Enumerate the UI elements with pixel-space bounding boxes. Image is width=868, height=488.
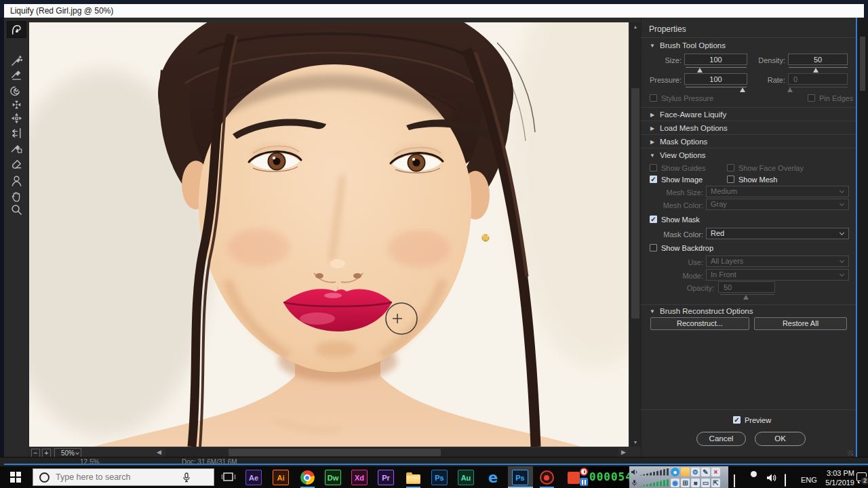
resize-grip[interactable] [848, 450, 853, 455]
dialog-titlebar[interactable]: Liquify (Red Girl.jpg @ 50%) [4, 4, 864, 18]
show-mesh-checkbox[interactable] [727, 176, 734, 183]
taskbar-search[interactable] [33, 468, 214, 486]
tray-language[interactable]: ENG [801, 476, 817, 488]
microphone-icon[interactable] [182, 472, 191, 483]
cancel-button[interactable]: Cancel [696, 432, 746, 446]
taskbar-screen-recorder[interactable] [538, 470, 555, 485]
recorder-pause-icon[interactable] [580, 478, 588, 486]
tray-volume[interactable] [766, 473, 776, 488]
mesh-size-dropdown: Medium [706, 186, 849, 197]
earring [481, 234, 489, 241]
horizontal-scroll-thumb[interactable] [229, 449, 441, 456]
chevron-down-icon [840, 188, 844, 193]
collapse-triangle-icon[interactable]: ▼ [650, 152, 655, 159]
collapse-triangle-icon[interactable]: ▼ [650, 43, 655, 49]
zoom-tool-icon[interactable] [7, 201, 26, 218]
expand-triangle-icon[interactable]: ▶ [650, 139, 654, 145]
window-highlight-bottom [4, 464, 868, 465]
show-image-checkbox[interactable]: ✓ [650, 176, 657, 183]
face-tool-icon[interactable] [7, 172, 26, 189]
reconstruct-button[interactable]: Reconstruct... [650, 317, 749, 330]
show-image-label: Show Image [661, 176, 703, 184]
collapse-triangle-icon[interactable]: ▼ [650, 308, 655, 314]
show-guides-checkbox [650, 164, 657, 171]
forward-warp-tool-icon[interactable] [7, 21, 26, 38]
speaker-level-icon [631, 468, 638, 476]
ok-button[interactable]: OK [755, 432, 806, 446]
tray-expand-chevron[interactable] [734, 476, 735, 488]
view-options-header[interactable]: View Options [660, 151, 706, 159]
divider [641, 107, 856, 108]
canvas-horizontal-scrollbar[interactable] [165, 448, 618, 457]
taskbar-chrome[interactable] [299, 470, 315, 485]
show-mask-checkbox[interactable]: ✓ [650, 216, 657, 223]
recorder-window-icon[interactable]: ■ [691, 479, 700, 487]
folder-icon [406, 474, 420, 484]
show-mesh-label: Show Mesh [738, 176, 777, 184]
canvas-vertical-scrollbar[interactable]: ▲ ▼ [630, 22, 641, 447]
taskbar-after-effects[interactable]: Ae [245, 470, 262, 485]
taskbar-photoshop-active[interactable]: Ps [512, 470, 528, 485]
recorder-fullscreen-icon[interactable]: ⊞ [681, 479, 690, 487]
rate-slider [789, 87, 848, 93]
recorder-settings-icon[interactable]: ⚙ [691, 468, 700, 476]
taskbar-illustrator[interactable]: Ai [273, 470, 289, 485]
taskbar-dreamweaver[interactable]: Dw [325, 470, 341, 485]
pressure-field[interactable] [684, 73, 747, 85]
mesh-color-dropdown: Gray [706, 199, 849, 210]
mode-dropdown: In Front [706, 269, 849, 281]
expand-triangle-icon[interactable]: ▶ [650, 112, 654, 118]
preview-checkbox[interactable]: ✓ [733, 416, 741, 424]
tray-clock[interactable]: 3:03 PM 5/1/2019 [818, 468, 854, 487]
scroll-up-icon[interactable]: ▲ [630, 24, 641, 29]
smooth-tool-icon[interactable] [7, 65, 26, 82]
chevron-down-icon [75, 451, 79, 455]
recorder-region-icon[interactable]: ⇱ [711, 479, 720, 487]
mask-color-dropdown[interactable]: Red [706, 228, 849, 239]
liquify-canvas[interactable] [29, 22, 629, 447]
search-input[interactable] [56, 472, 181, 482]
scroll-down-icon[interactable]: ▼ [630, 440, 641, 445]
rate-field [788, 73, 848, 85]
recorder-edit-icon[interactable]: ✎ [701, 468, 710, 476]
size-field[interactable] [684, 54, 747, 65]
opacity-field [718, 281, 775, 293]
vertical-scroll-thumb[interactable] [631, 88, 639, 319]
task-view-button[interactable] [220, 470, 237, 484]
scroll-left-icon[interactable]: ◀ [157, 449, 161, 455]
thaw-mask-tool-icon[interactable] [7, 154, 26, 171]
taskbar-audition[interactable]: Au [458, 470, 474, 485]
mask-color-label: Mask Color: [641, 230, 703, 239]
tray-network[interactable] [785, 474, 786, 488]
recorder-timer-icon [580, 468, 588, 476]
pressure-slider[interactable] [686, 87, 747, 93]
expand-triangle-icon[interactable]: ▶ [650, 125, 654, 131]
taskbar-premiere[interactable]: Pr [378, 470, 394, 485]
recorder-webcam-icon[interactable]: ◉ [671, 479, 679, 487]
recorder-folder-icon[interactable] [681, 468, 690, 476]
taskbar-file-explorer[interactable] [405, 470, 421, 485]
mask-options-header[interactable]: Mask Options [660, 138, 707, 146]
recorder-close-icon[interactable]: × [711, 468, 720, 476]
face-aware-liquify-header[interactable]: Face-Aware Liquify [660, 110, 726, 119]
size-slider[interactable] [686, 67, 747, 73]
recorder-monitor-icon[interactable]: ▭ [701, 479, 710, 487]
density-slider[interactable] [789, 67, 848, 73]
scroll-right-icon[interactable]: ▶ [621, 449, 626, 455]
restore-all-button[interactable]: Restore All [754, 317, 847, 330]
windows-logo-icon [10, 472, 21, 483]
density-field[interactable] [788, 54, 848, 65]
record-icon [540, 470, 554, 485]
recorder-broadcast-icon[interactable]: ● [671, 468, 679, 476]
start-button[interactable] [0, 466, 31, 488]
notification-badge: 2 [861, 476, 868, 485]
load-mesh-options-header[interactable]: Load Mesh Options [660, 124, 728, 132]
taskbar-xd[interactable]: Xd [351, 470, 368, 485]
brush-tool-options-header[interactable]: Brush Tool Options [660, 41, 726, 49]
taskbar-photoshop[interactable]: Ps [431, 470, 448, 485]
show-backdrop-checkbox[interactable] [650, 244, 657, 251]
tray-date: 5/1/2019 [818, 478, 854, 487]
taskbar-edge[interactable]: e [485, 470, 501, 485]
pin-edges-checkbox [808, 94, 815, 102]
brush-reconstruct-options-header[interactable]: Brush Reconstruct Options [660, 307, 753, 315]
